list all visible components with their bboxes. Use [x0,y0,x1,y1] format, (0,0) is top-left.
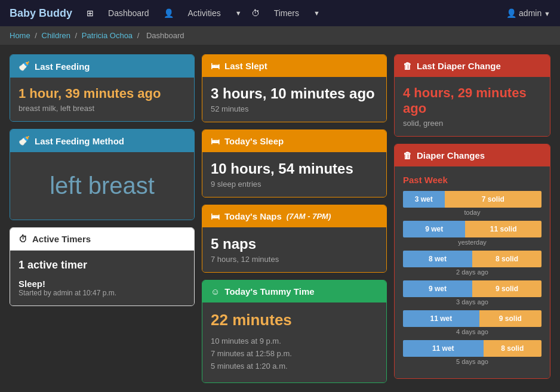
diaper-bar-row: 11 wet 8 solid 5 days ago [403,340,541,365]
naps-icon: 🛏 [211,211,220,221]
bar-container: 11 wet 8 solid [403,340,541,357]
last-slept-title: Last Slept [224,61,267,71]
breadcrumb-home[interactable]: Home [10,31,30,40]
bar-container: 8 wet 8 solid [403,251,541,267]
todays-naps-header: 🛏 Today's Naps (7AM - 7PM) [202,205,386,227]
bar-container: 9 wet 9 solid [403,280,541,297]
diaper-bar-row: 3 wet 7 solid today [403,191,541,216]
diaper-changes-header: 🗑 Diaper Changes [395,144,550,166]
todays-sleep-detail: 9 sleep entries [211,180,378,189]
tummy-time-header: ☺ Today's Tummy Time [202,280,386,303]
bar-solid: 11 solid [465,221,541,237]
timer-started: Started by admin at 10:47 p.m. [19,289,186,297]
bar-label: today [403,209,541,216]
nav-dashboard[interactable]: Dashboard [103,6,154,20]
nav-timers-chevron: ▼ [313,10,320,17]
breadcrumb-child[interactable]: Patricia Ochoa [82,31,133,40]
last-diaper-time: 4 hours, 29 minutes ago [403,85,541,116]
column-2: 🛏 Last Slept 3 hours, 10 minutes ago 52 … [202,54,387,383]
bar-wet: 11 wet [403,340,484,357]
tummy-entry-1: 10 minutes at 9 p.m. [211,337,378,345]
bar-label: 2 days ago [403,268,541,276]
todays-naps-card: 🛏 Today's Naps (7AM - 7PM) 5 naps 7 hour… [202,205,387,273]
last-feeding-method-body: left breast [10,152,194,220]
todays-sleep-icon: 🛏 [211,136,220,146]
bar-label: 5 days ago [403,358,541,365]
bar-label: 3 days ago [403,298,541,305]
diaper-bar-rows: 3 wet 7 solid today 9 wet 11 solid yeste… [403,191,541,365]
todays-sleep-title: Today's Sleep [224,136,284,146]
todays-sleep-card: 🛏 Today's Sleep 10 hours, 54 minutes 9 s… [202,129,387,197]
last-diaper-body: 4 hours, 29 minutes ago solid, green [395,77,550,136]
tummy-minutes: 22 minutes [211,311,378,329]
sleep-icon: 🛏 [211,61,220,71]
active-timers-body: 1 active timer Sleep! Started by admin a… [10,251,194,305]
last-slept-card: 🛏 Last Slept 3 hours, 10 minutes ago 52 … [202,54,387,122]
admin-icon: 👤 [506,8,516,18]
timers-icon: ⏱ [251,8,260,18]
admin-chevron: ▼ [544,10,550,17]
bar-wet: 9 wet [403,221,465,237]
brand: Baby Buddy [10,7,72,20]
active-timers-header: ⏱ Active Timers [10,228,194,251]
bar-container: 3 wet 7 solid [403,191,541,208]
diaper-bar-row: 8 wet 8 solid 2 days ago [403,251,541,276]
bar-label: 4 days ago [403,328,541,335]
column-3: 🗑 Last Diaper Change 4 hours, 29 minutes… [394,54,550,383]
active-timers-title: Active Timers [32,234,91,244]
bar-container: 11 wet 9 solid [403,310,541,327]
last-feeding-card: 🍼 Last Feeding 1 hour, 39 minutes ago br… [10,54,195,122]
diaper-bar-row: 9 wet 9 solid 3 days ago [403,280,541,305]
nav-timers[interactable]: Timers [269,6,304,20]
todays-naps-body: 5 naps 7 hours, 12 minutes [202,227,386,272]
bar-solid: 8 solid [472,251,541,267]
brand-buddy: Buddy [36,7,72,19]
main-content: 🍼 Last Feeding 1 hour, 39 minutes ago br… [0,45,560,392]
naps-detail: 7 hours, 12 minutes [211,255,378,264]
dashboard-icon: ⊞ [87,8,94,18]
todays-naps-range: (7AM - 7PM) [287,212,331,221]
diaper-changes-card: 🗑 Diaper Changes Past Week 3 wet 7 solid… [394,144,550,379]
last-feeding-time: 1 hour, 39 minutes ago [19,86,186,101]
last-slept-header: 🛏 Last Slept [202,55,386,77]
last-diaper-card: 🗑 Last Diaper Change 4 hours, 29 minutes… [394,54,550,137]
breadcrumb-children[interactable]: Children [42,31,70,40]
bar-solid: 9 solid [472,280,541,297]
feeding-icon: 🍼 [19,61,30,72]
tummy-time-card: ☺ Today's Tummy Time 22 minutes 10 minut… [202,280,387,383]
last-feeding-title: Last Feeding [35,61,90,72]
nav-activities[interactable]: Activities [183,6,226,20]
last-feeding-header: 🍼 Last Feeding [10,55,194,78]
bar-label: yesterday [403,239,541,246]
diaper-icon: 🗑 [403,61,412,71]
brand-baby: Baby [10,7,36,19]
active-timers-card: ⏱ Active Timers 1 active timer Sleep! St… [10,227,195,306]
breadcrumb-sep3: / [137,31,141,40]
last-slept-detail: 52 minutes [211,104,378,113]
diaper-changes-icon: 🗑 [403,150,412,160]
feeding-method-icon: 🍼 [19,135,30,146]
column-1: 🍼 Last Feeding 1 hour, 39 minutes ago br… [10,54,195,383]
diaper-bar-row: 9 wet 11 solid yesterday [403,221,541,246]
breadcrumb: Home / Children / Patricia Ochoa / Dashb… [0,26,560,45]
bar-container: 9 wet 11 solid [403,221,541,237]
last-slept-time: 3 hours, 10 minutes ago [211,85,378,102]
last-diaper-detail: solid, green [403,119,541,128]
last-feeding-detail: breast milk, left breast [19,104,186,113]
admin-menu[interactable]: 👤 admin ▼ [506,8,550,18]
tummy-time-body: 22 minutes 10 minutes at 9 p.m. 7 minute… [202,303,386,382]
past-week-label: Past Week [403,175,541,185]
diaper-changes-body: Past Week 3 wet 7 solid today 9 wet 11 s… [395,166,550,378]
tummy-entry-3: 5 minutes at 1:20 a.m. [211,362,378,371]
activities-icon: 👤 [164,8,174,18]
last-feeding-method-title: Last Feeding Method [35,136,124,146]
last-feeding-method-header: 🍼 Last Feeding Method [10,129,194,152]
navbar: Baby Buddy ⊞ Dashboard 👤 Activities ▼ ⏱ … [0,0,560,26]
diaper-bar-row: 11 wet 9 solid 4 days ago [403,310,541,335]
nav-activities-chevron: ▼ [235,10,242,17]
timer-name: Sleep! [19,279,186,289]
timer-icon: ⏱ [19,234,27,244]
last-diaper-title: Last Diaper Change [417,61,501,71]
tummy-time-title: Today's Tummy Time [224,286,314,297]
tummy-icon: ☺ [211,286,220,297]
